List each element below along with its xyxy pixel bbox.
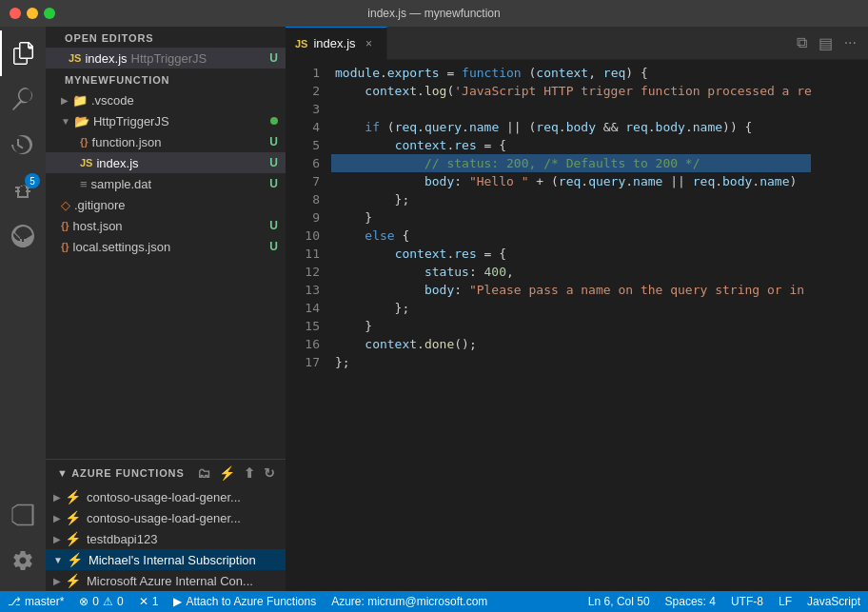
azure-functions-actions: 🗂 ⚡ ⬆ ↻ [195,464,278,483]
code-line-5: context.res = { [331,136,811,154]
folder-httptriggerjs[interactable]: ▼ 📂 HttpTriggerJS [46,110,286,131]
file-name: sample.dat [91,177,152,191]
activity-extensions[interactable]: 5 [0,168,46,213]
tab-js-icon: JS [295,38,307,49]
data-file-icon: ≡ [80,177,88,191]
file-name: HttpTriggerJS [93,114,169,128]
azure-lightning-icon[interactable]: ⚡ [217,464,238,483]
code-line-16: context.done(); [331,335,811,353]
file-indexjs[interactable]: JS index.js U [46,152,286,173]
split-editor-button[interactable]: ⧉ [793,32,811,53]
expand-icon: ▶ [53,492,61,503]
open-editor-badge: U [269,51,278,65]
code-line-3 [331,100,811,118]
activity-search[interactable] [0,76,46,122]
cursor-position-item[interactable]: Ln 6, Col 50 [581,591,658,612]
code-line-9: } [331,208,811,227]
file-functionjson[interactable]: {} function.json U [46,131,286,152]
minimap [811,60,868,591]
warnings-count: 0 [117,595,124,608]
azure-create-icon[interactable]: 🗂 [195,464,213,483]
line-numbers: 1 2 3 4 5 6 7 8 9 10 11 12 13 14 15 16 1… [286,60,331,591]
code-line-13: body: "Please pass a name on the query s… [331,281,811,299]
azure-item-2[interactable]: ▶ ⚡ testdbapi123 [46,528,286,549]
activity-settings[interactable] [0,538,46,583]
azure-item-name: testdbapi123 [87,532,157,546]
azure-email-item[interactable]: Azure: micrum@microsoft.com [324,591,495,612]
azure-refresh-icon[interactable]: ↻ [262,464,278,483]
azure-upload-icon[interactable]: ⬆ [242,464,258,483]
eol-label: LF [779,595,792,608]
azure-functions-section: ▼ AZURE FUNCTIONS 🗂 ⚡ ⬆ ↻ ▶ ⚡ contoso-us… [46,459,286,591]
code-line-12: status: 400, [331,263,811,281]
warning-icon: ⚠ [103,595,113,608]
tab-bar: JS index.js × ⧉ ▤ ··· [286,27,868,60]
code-line-17: }; [331,353,811,371]
tab-indexjs[interactable]: JS index.js × [286,27,387,60]
azure-item-name: contoso-usage-load-gener... [87,511,241,525]
code-line-15: } [331,317,811,335]
indentation-item[interactable]: Spaces: 4 [658,591,723,612]
code-editor[interactable]: 1 2 3 4 5 6 7 8 9 10 11 12 13 14 15 16 1… [286,60,868,591]
close-button[interactable] [10,8,21,19]
code-line-8: }; [331,190,811,208]
function-icon: ⚡ [65,531,81,546]
code-line-10: else { [331,227,811,245]
status-left: ⎇ master* ⊗ 0 ⚠ 0 ✕ 1 ▶ Attach to Azure … [0,591,495,612]
open-editor-indexjs[interactable]: JS index.js HttpTriggerJS U [46,48,286,69]
git-branch-item[interactable]: ⎇ master* [0,591,71,612]
maximize-button[interactable] [44,8,55,19]
file-localsettings[interactable]: {} local.settings.json U [46,236,286,257]
file-name: host.json [73,219,123,233]
code-line-4: if (req.query.name || (req.body && req.b… [331,118,811,136]
more-actions-button[interactable]: ··· [840,32,860,53]
azure-item-1[interactable]: ▶ ⚡ contoso-usage-load-gener... [46,507,286,528]
info-icon: ✕ [139,595,148,608]
sidebar-spacer [46,257,286,459]
chevron-down-icon: ▼ [61,116,70,127]
eol-item[interactable]: LF [771,591,799,612]
azure-item-name: contoso-usage-load-gener... [87,490,241,504]
attach-azure-item[interactable]: ▶ Attach to Azure Functions [166,591,324,612]
encoding-label: UTF-8 [731,595,763,608]
json-file-icon2: {} [61,220,69,231]
language-item[interactable]: JavaScript [799,591,868,612]
code-content[interactable]: module.exports = function (context, req)… [331,60,811,591]
status-bar: ⎇ master* ⊗ 0 ⚠ 0 ✕ 1 ▶ Attach to Azure … [0,591,868,612]
encoding-item[interactable]: UTF-8 [723,591,771,612]
info-item[interactable]: ✕ 1 [131,591,167,612]
azure-item-3[interactable]: ▼ ⚡ Michael's Internal Subscription [46,549,286,570]
file-name: function.json [92,135,162,149]
extensions-badge: 5 [25,173,40,188]
errors-item[interactable]: ⊗ 0 ⚠ 0 [71,591,130,612]
error-icon: ⊗ [79,595,89,608]
minimize-button[interactable] [27,8,38,19]
activity-explorer[interactable] [0,30,46,76]
git-branch-icon: ⎇ [8,595,21,608]
file-sampledat[interactable]: ≡ sample.dat U [46,173,286,194]
activity-source-control[interactable] [0,122,46,168]
file-name: local.settings.json [73,240,171,254]
activity-remote[interactable] [0,213,46,259]
code-line-7: body: "Hello " + (req.query.name || req.… [331,172,811,190]
azure-item-4[interactable]: ▶ ⚡ Microsoft Azure Internal Con... [46,570,286,591]
status-right: Ln 6, Col 50 Spaces: 4 UTF-8 LF JavaScri… [581,591,868,612]
open-editors-header: OPEN EDITORS [46,27,286,48]
open-editor-name: index.js [85,51,127,66]
toggle-sidebar-button[interactable]: ▤ [815,32,837,54]
editor-area: JS index.js × ⧉ ▤ ··· 1 2 3 4 5 6 7 8 9 [286,27,868,591]
code-line-6: // status: 200, /* Defaults to 200 */ [331,154,811,172]
open-editor-extra: HttpTriggerJS [131,51,207,66]
file-gitignore[interactable]: ◇ .gitignore [46,194,286,215]
chevron-right-icon: ▶ [61,95,69,106]
window-controls[interactable] [10,8,55,19]
azure-item-0[interactable]: ▶ ⚡ contoso-usage-load-gener... [46,486,286,507]
tab-close-button[interactable]: × [362,36,377,51]
file-hostjson[interactable]: {} host.json U [46,215,286,236]
azure-email-label: Azure: micrum@microsoft.com [331,595,487,608]
play-icon: ▶ [173,595,182,608]
code-line-2: context.log('JavaScript HTTP trigger fun… [331,82,811,100]
git-branch-label: master* [25,595,64,608]
folder-vscode[interactable]: ▶ 📁 .vscode [46,89,286,110]
activity-azure[interactable] [0,492,46,538]
